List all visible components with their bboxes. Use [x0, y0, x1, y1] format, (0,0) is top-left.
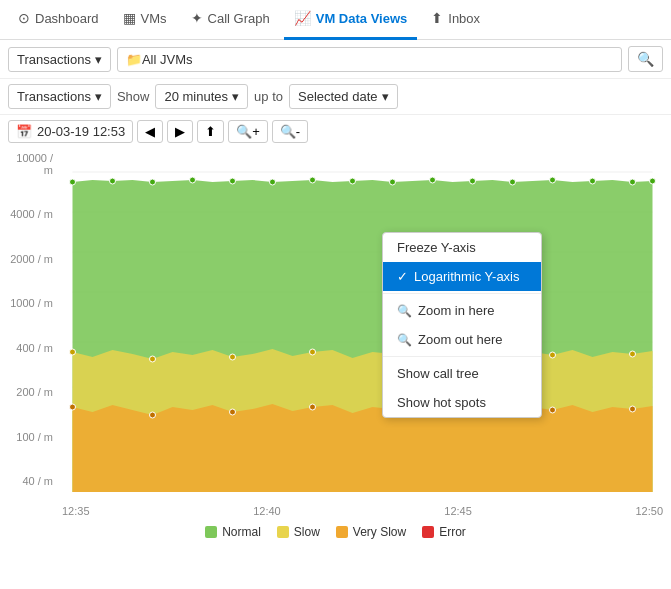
svg-point-36: [150, 412, 156, 418]
chevron-left-icon: ◀: [145, 124, 155, 139]
svg-point-9: [70, 179, 76, 185]
nav-vm-data-views[interactable]: 📈 VM Data Views: [284, 0, 418, 40]
chart-svg: [62, 152, 663, 502]
svg-point-14: [270, 179, 276, 185]
svg-point-20: [510, 179, 516, 185]
zoom-in-button[interactable]: 🔍+: [228, 120, 268, 143]
svg-point-19: [470, 178, 476, 184]
svg-point-42: [630, 406, 636, 412]
zoom-out-icon: 🔍-: [280, 124, 300, 139]
svg-point-17: [390, 179, 396, 185]
dashboard-icon: ⊙: [18, 10, 30, 26]
legend-very-slow-dot: [336, 526, 348, 538]
show-hot-spots-label: Show hot spots: [397, 395, 486, 410]
svg-point-30: [310, 349, 316, 355]
zoom-out-here-label: Zoom out here: [418, 332, 503, 347]
svg-point-28: [150, 356, 156, 362]
nav-inbox[interactable]: ⬆ Inbox: [421, 0, 490, 40]
zoom-out-button[interactable]: 🔍-: [272, 120, 308, 143]
zoom-out-here-icon: 🔍: [397, 333, 412, 347]
svg-point-10: [110, 178, 116, 184]
svg-point-22: [590, 178, 596, 184]
transactions-dropdown[interactable]: Transactions ▾: [8, 47, 111, 72]
legend-error: Error: [422, 525, 466, 539]
selected-date-label: Selected date: [298, 89, 378, 104]
legend: Normal Slow Very Slow Error: [0, 517, 671, 547]
logarithmic-yaxis-label: Logarithmic Y-axis: [414, 269, 520, 284]
svg-point-37: [230, 409, 236, 415]
menu-logarithmic-y-axis[interactable]: ✓ Logarithmic Y-axis: [383, 262, 541, 291]
inbox-icon: ⬆: [431, 10, 443, 26]
svg-point-18: [430, 177, 436, 183]
upto-label: up to: [254, 89, 283, 104]
menu-zoom-in-here[interactable]: 🔍 Zoom in here: [383, 296, 541, 325]
vms-icon: ▦: [123, 10, 136, 26]
jvm-label: All JVMs: [142, 52, 193, 67]
svg-point-21: [550, 177, 556, 183]
svg-point-29: [230, 354, 236, 360]
date-value: 20-03-19 12:53: [37, 124, 125, 139]
export-icon: ⬆: [205, 124, 216, 139]
nav-dashboard-label: Dashboard: [35, 11, 99, 26]
legend-very-slow-label: Very Slow: [353, 525, 406, 539]
chevron-right-icon: ▶: [175, 124, 185, 139]
jvm-filter-input[interactable]: 📁 All JVMs: [117, 47, 622, 72]
nav-inbox-label: Inbox: [448, 11, 480, 26]
transactions-dropdown-2[interactable]: Transactions ▾: [8, 84, 111, 109]
svg-point-35: [70, 404, 76, 410]
legend-normal-dot: [205, 526, 217, 538]
svg-point-38: [310, 404, 316, 410]
folder-icon: 📁: [126, 52, 142, 67]
svg-point-23: [630, 179, 636, 185]
nav-call-graph[interactable]: ✦ Call Graph: [181, 0, 280, 40]
show-label: Show: [117, 89, 150, 104]
legend-error-dot: [422, 526, 434, 538]
selected-date-dropdown[interactable]: Selected date ▾: [289, 84, 398, 109]
main-nav: ⊙ Dashboard ▦ VMs ✦ Call Graph 📈 VM Data…: [0, 0, 671, 40]
transactions-label: Transactions: [17, 52, 91, 67]
svg-point-33: [550, 352, 556, 358]
toolbar-1: Transactions ▾ 📁 All JVMs 🔍: [0, 40, 671, 79]
duration-dropdown[interactable]: 20 minutes ▾: [155, 84, 248, 109]
nav-call-graph-label: Call Graph: [208, 11, 270, 26]
svg-point-41: [550, 407, 556, 413]
legend-slow-dot: [277, 526, 289, 538]
x-label-1240: 12:40: [253, 505, 281, 517]
zoom-in-here-icon: 🔍: [397, 304, 412, 318]
chart-area[interactable]: Freeze Y-axis ✓ Logarithmic Y-axis 🔍 Zoo…: [62, 152, 663, 502]
toolbar-2: Transactions ▾ Show 20 minutes ▾ up to S…: [0, 79, 671, 115]
y-axis: 10000 / m 4000 / m 2000 / m 1000 / m 400…: [8, 152, 58, 487]
nav-vms[interactable]: ▦ VMs: [113, 0, 177, 40]
chevron-down-icon-4: ▾: [382, 89, 389, 104]
zoom-in-icon: 🔍+: [236, 124, 260, 139]
legend-normal-label: Normal: [222, 525, 261, 539]
menu-show-hot-spots[interactable]: Show hot spots: [383, 388, 541, 417]
calendar-icon: 📅: [16, 124, 32, 139]
svg-marker-26: [73, 404, 653, 492]
next-button[interactable]: ▶: [167, 120, 193, 143]
export-button[interactable]: ⬆: [197, 120, 224, 143]
prev-button[interactable]: ◀: [137, 120, 163, 143]
svg-point-16: [350, 178, 356, 184]
svg-point-11: [150, 179, 156, 185]
chevron-down-icon-2: ▾: [95, 89, 102, 104]
chart-container: 10000 / m 4000 / m 2000 / m 1000 / m 400…: [0, 152, 671, 517]
menu-separator-2: [383, 356, 541, 357]
call-graph-icon: ✦: [191, 10, 203, 26]
nav-dashboard[interactable]: ⊙ Dashboard: [8, 0, 109, 40]
svg-point-12: [190, 177, 196, 183]
menu-zoom-out-here[interactable]: 🔍 Zoom out here: [383, 325, 541, 354]
menu-show-call-tree[interactable]: Show call tree: [383, 359, 541, 388]
transactions-2-label: Transactions: [17, 89, 91, 104]
show-call-tree-label: Show call tree: [397, 366, 479, 381]
legend-slow: Slow: [277, 525, 320, 539]
date-input[interactable]: 📅 20-03-19 12:53: [8, 120, 133, 143]
vm-data-views-icon: 📈: [294, 10, 311, 26]
x-label-1245: 12:45: [444, 505, 472, 517]
menu-freeze-y-axis[interactable]: Freeze Y-axis: [383, 233, 541, 262]
legend-very-slow: Very Slow: [336, 525, 406, 539]
search-button[interactable]: 🔍: [628, 46, 663, 72]
x-label-1235: 12:35: [62, 505, 90, 517]
x-axis: 12:35 12:40 12:45 12:50: [62, 502, 663, 517]
svg-point-15: [310, 177, 316, 183]
